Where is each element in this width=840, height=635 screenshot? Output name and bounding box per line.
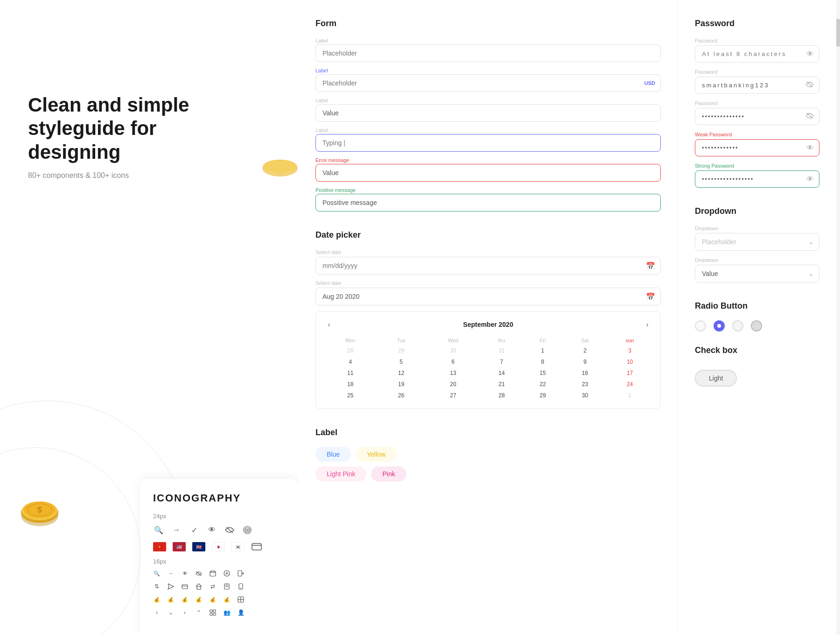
theme-section: Light [695, 374, 819, 382]
form-input-6[interactable] [315, 194, 661, 212]
dropdown-section: Dropdown Dropdown Placeholder Value 1 Va… [695, 206, 819, 282]
password-section: Password Password 👁 Password [695, 19, 819, 188]
checkbox-section: Check box [695, 346, 819, 355]
cal-month-label: September 2020 [463, 321, 513, 328]
form-column: Form Label Label USD Label [299, 0, 678, 635]
cal-cell[interactable]: 19 [377, 379, 425, 390]
pw-toggle-3[interactable] [805, 113, 814, 121]
logout-sm-icon [237, 570, 245, 577]
password-input-3[interactable] [695, 108, 819, 125]
cal-cell[interactable]: 25 [323, 390, 377, 401]
svg-rect-38 [213, 613, 216, 615]
icon-row-16-3: 💰 💰 💰 💰 💰 💰 [153, 596, 286, 603]
cal-cell[interactable]: 9 [563, 356, 607, 367]
cal-cell[interactable]: 1 [522, 345, 563, 356]
users-sm-icon: 👥 [223, 609, 231, 616]
flag-jp-icon: 🇯🇵 [212, 542, 225, 551]
date-input-1[interactable] [315, 257, 661, 275]
pw-toggle-4[interactable]: 👁 [806, 144, 814, 152]
scrollbar-handle[interactable] [836, 19, 840, 47]
label-pill-blue[interactable]: Blue [315, 447, 351, 462]
password-input-5[interactable] [695, 170, 819, 188]
coin3-sm-icon: 💰 [181, 596, 189, 603]
cal-cell[interactable]: 29 [522, 390, 563, 401]
cal-week-3: 11 12 13 14 15 16 17 [323, 367, 653, 379]
cal-cell[interactable]: 3 [607, 345, 653, 356]
label-pill-lightpink[interactable]: Light Pink [315, 466, 366, 481]
coin-decoration: $ [19, 490, 61, 532]
cal-cell[interactable]: 22 [522, 379, 563, 390]
pw-toggle-2[interactable] [805, 81, 814, 90]
svg-text:$: $ [37, 505, 42, 515]
cal-cell[interactable]: 26 [377, 390, 425, 401]
cal-cell[interactable]: 14 [481, 367, 522, 379]
cal-cell[interactable]: 20 [425, 379, 481, 390]
icon-row-24-1: 🔍 → ✓ 👁 [153, 524, 286, 536]
dropdown-select-1[interactable]: Placeholder Value 1 Value 2 [695, 233, 819, 251]
cal-cell[interactable]: 18 [323, 379, 377, 390]
cal-cell[interactable]: 10 [607, 356, 653, 367]
cal-next-button[interactable]: › [642, 319, 653, 330]
password-input-4[interactable] [695, 139, 819, 156]
cal-cell[interactable]: 31 [481, 345, 522, 356]
cal-day-sun: sun [607, 336, 653, 345]
label-pills-row-1: Blue Yellow [315, 447, 661, 462]
cal-cell[interactable]: 17 [607, 367, 653, 379]
cal-cell[interactable]: 28 [323, 345, 377, 356]
cal-cell[interactable]: 8 [522, 356, 563, 367]
cal-cell[interactable]: 12 [377, 367, 425, 379]
cal-day-fri: Fri [522, 336, 563, 345]
radio-option-1[interactable] [695, 320, 706, 332]
form-input-2[interactable] [315, 74, 661, 92]
form-input-4[interactable] [315, 134, 661, 152]
cal-cell[interactable]: 1 [607, 390, 653, 401]
cal-cell[interactable]: 27 [425, 390, 481, 401]
cal-cell[interactable]: 23 [563, 379, 607, 390]
cal-cell[interactable]: 16 [563, 367, 607, 379]
cal-cell[interactable]: 6 [425, 356, 481, 367]
svg-point-4 [22, 501, 57, 520]
cal-cell[interactable]: 29 [377, 345, 425, 356]
pw-toggle-1[interactable]: 👁 [806, 50, 814, 58]
icon-size-16-label: 16px [153, 558, 286, 565]
pw-label-4: Weak Password [695, 132, 819, 137]
radio-option-2[interactable] [714, 320, 725, 332]
password-input-1[interactable] [695, 45, 819, 63]
password-input-2[interactable] [695, 77, 819, 94]
pw-toggle-5[interactable]: 👁 [806, 175, 814, 183]
cal-cell today[interactable]: 21 [481, 379, 522, 390]
cal-cell[interactable]: 2 [563, 345, 607, 356]
form-field-usd: Label USD [315, 68, 661, 92]
svg-rect-15 [210, 571, 216, 576]
cal-cell[interactable]: 5 [377, 356, 425, 367]
cal-cell[interactable]: 4 [323, 356, 377, 367]
chevron-right-sm-icon: › [153, 609, 161, 616]
label-pill-yellow[interactable]: Yellow [356, 447, 397, 462]
form-input-3[interactable] [315, 104, 661, 122]
form-field-label-2: Label [315, 68, 661, 73]
theme-light-pill[interactable]: Light [695, 370, 737, 387]
cal-prev-button[interactable]: ‹ [323, 319, 335, 330]
label-pill-pink[interactable]: Pink [371, 466, 406, 481]
cal-cell[interactable]: 24 [607, 379, 653, 390]
dropdown-select-2[interactable]: Value Value 1 [695, 265, 819, 282]
svg-rect-26 [197, 586, 201, 589]
cal-cell[interactable]: 13 [425, 367, 481, 379]
cal-cell[interactable]: 7 [481, 356, 522, 367]
scrollbar[interactable] [836, 0, 840, 635]
cal-cell[interactable]: 15 [522, 367, 563, 379]
cal-cell[interactable]: 30 [563, 390, 607, 401]
form-input-5[interactable] [315, 164, 661, 182]
sliders-sm-icon: ⇅ [153, 583, 161, 590]
cal-cell[interactable]: 11 [323, 367, 377, 379]
search-sm-icon: 🔍 [153, 570, 161, 577]
radio-option-3[interactable] [732, 320, 743, 332]
date-input-2[interactable] [315, 288, 661, 305]
radio-option-4[interactable] [751, 320, 762, 332]
coin2-sm-icon: 💰 [167, 596, 175, 603]
cal-cell[interactable]: 30 [425, 345, 481, 356]
form-field-label-5: Error message [315, 157, 661, 163]
password-field-weak: Weak Password 👁 [695, 132, 819, 156]
form-input-1[interactable] [315, 44, 661, 62]
cal-cell[interactable]: 28 [481, 390, 522, 401]
